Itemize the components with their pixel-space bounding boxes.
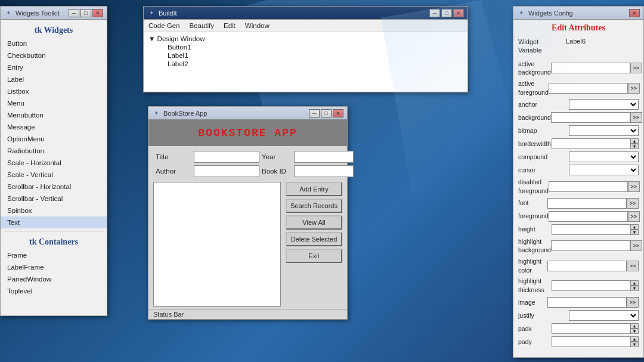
- records-listbox[interactable]: [153, 182, 281, 307]
- padx-up[interactable]: ▲: [630, 323, 639, 329]
- height-down[interactable]: ▼: [630, 230, 639, 235]
- buildit-titlebar[interactable]: ✦ BuildIt ─ □ ✕: [144, 7, 467, 20]
- pady-row: pady ▲ ▼: [518, 336, 639, 347]
- foreground-input[interactable]: [549, 211, 628, 222]
- bitmap-select[interactable]: [569, 125, 639, 136]
- widget-scale-horizontal[interactable]: Scale - Horizontal: [1, 157, 107, 169]
- menu-window[interactable]: Window: [240, 21, 274, 30]
- active-foreground-input[interactable]: [549, 83, 628, 94]
- foreground-arrow[interactable]: >>: [628, 211, 640, 222]
- anchor-select[interactable]: [569, 99, 639, 110]
- desktop: ✦ Widgets Toolkit ─ □ ✕ tk Widgets Butto…: [0, 0, 644, 362]
- pady-down[interactable]: ▼: [630, 342, 639, 347]
- pady-spinner: ▲ ▼: [552, 336, 639, 347]
- image-arrow[interactable]: >>: [627, 297, 639, 308]
- cursor-select[interactable]: [569, 165, 639, 175]
- pady-input[interactable]: [552, 336, 630, 347]
- borderwidth-up[interactable]: ▲: [630, 138, 639, 144]
- highlight-background-arrow[interactable]: >>: [630, 240, 642, 251]
- bookstore-maximize[interactable]: □: [321, 109, 332, 117]
- justify-select[interactable]: [569, 310, 639, 321]
- highlight-color-arrow[interactable]: >>: [627, 261, 639, 271]
- highlight-thickness-input[interactable]: [552, 280, 630, 291]
- active-background-input[interactable]: [551, 63, 630, 73]
- tree-label1[interactable]: Label1: [148, 51, 463, 60]
- bookstore-main: Add Entry Search Records View All Delete…: [148, 180, 347, 307]
- widgets-config-titlebar[interactable]: ✦ Widgets Config ✕: [513, 7, 643, 20]
- widget-menubutton[interactable]: Menubutton: [1, 109, 107, 121]
- height-up[interactable]: ▲: [630, 224, 639, 230]
- buildit-minimize[interactable]: ─: [429, 9, 440, 17]
- container-labelframe[interactable]: LabelFrame: [1, 261, 107, 273]
- tree-label2[interactable]: Label2: [148, 60, 463, 68]
- tree-design-window[interactable]: ▼ Design Window: [148, 35, 463, 43]
- image-input[interactable]: [547, 297, 627, 308]
- title-input[interactable]: [194, 151, 259, 163]
- height-label: height: [518, 225, 552, 234]
- active-foreground-arrow[interactable]: >>: [628, 83, 640, 94]
- widget-scrollbar-vertical[interactable]: Scrollbar - Vertical: [1, 193, 107, 205]
- padx-input[interactable]: [552, 323, 630, 334]
- widget-button[interactable]: Button: [1, 38, 107, 49]
- config-close[interactable]: ✕: [629, 9, 640, 17]
- padx-down[interactable]: ▼: [630, 329, 639, 334]
- menu-beautify[interactable]: Beautify: [184, 21, 219, 30]
- bookstore-titlebar[interactable]: ✦ BookStore App ─ □ ✕: [148, 107, 347, 120]
- bookid-input[interactable]: [294, 165, 354, 177]
- maximize-button[interactable]: □: [80, 9, 91, 17]
- highlight-color-row: highlightcolor >>: [518, 257, 639, 274]
- widget-entry[interactable]: Entry: [1, 61, 107, 73]
- active-foreground-row: activeforeground >>: [518, 79, 639, 97]
- widget-menu[interactable]: Menu: [1, 97, 107, 109]
- widget-message[interactable]: Message: [1, 121, 107, 133]
- borderwidth-input[interactable]: [552, 138, 630, 149]
- minimize-button[interactable]: ─: [69, 9, 79, 17]
- widget-label[interactable]: Label: [1, 73, 107, 85]
- widget-checkbutton[interactable]: Checkbutton: [1, 49, 107, 61]
- background-arrow[interactable]: >>: [630, 112, 642, 123]
- close-button[interactable]: ✕: [92, 9, 103, 17]
- highlight-background-input[interactable]: [551, 240, 630, 251]
- widget-scrollbar-horizontal[interactable]: Scrollbar - Horizontal: [1, 181, 107, 193]
- widget-text[interactable]: Text: [1, 216, 107, 228]
- background-input[interactable]: [551, 112, 630, 123]
- highlight-color-input[interactable]: [547, 261, 627, 271]
- highlight-thickness-down[interactable]: ▼: [630, 286, 639, 291]
- widgets-toolkit-titlebar[interactable]: ✦ Widgets Toolkit ─ □ ✕: [1, 7, 107, 20]
- active-background-arrow[interactable]: >>: [630, 63, 642, 73]
- borderwidth-down[interactable]: ▼: [630, 144, 639, 149]
- search-records-button[interactable]: Search Records: [286, 199, 342, 213]
- bookstore-close[interactable]: ✕: [333, 109, 343, 117]
- container-panedwindow[interactable]: PanedWindow: [1, 273, 107, 285]
- container-frame[interactable]: Frame: [1, 249, 107, 261]
- compound-select[interactable]: [569, 151, 639, 162]
- disabled-foreground-input[interactable]: [549, 181, 628, 192]
- widget-listbox[interactable]: Listbox: [1, 85, 107, 97]
- height-input[interactable]: [552, 224, 630, 235]
- widget-optionmenu[interactable]: OptionMenu: [1, 133, 107, 145]
- pady-spinner-btns: ▲ ▼: [630, 336, 639, 347]
- buildit-maximize[interactable]: □: [441, 9, 452, 17]
- author-input[interactable]: [194, 165, 259, 177]
- pady-up[interactable]: ▲: [630, 336, 639, 342]
- container-toplevel[interactable]: Toplevel: [1, 285, 107, 297]
- delete-selected-button[interactable]: Delete Selected: [286, 232, 342, 246]
- buildit-close[interactable]: ✕: [453, 9, 464, 17]
- widget-scale-vertical[interactable]: Scale - Vertical: [1, 169, 107, 181]
- font-arrow[interactable]: >>: [627, 198, 639, 209]
- tree-button1[interactable]: Button1: [148, 43, 463, 51]
- widget-spinbox[interactable]: Spinbox: [1, 205, 107, 216]
- image-row: image >>: [518, 297, 639, 308]
- bitmap-label: bitmap: [518, 126, 569, 135]
- widget-radiobutton[interactable]: Radiobutton: [1, 145, 107, 157]
- font-input[interactable]: [547, 198, 627, 209]
- disabled-foreground-arrow[interactable]: >>: [628, 181, 640, 192]
- exit-button[interactable]: Exit: [286, 249, 342, 263]
- year-input[interactable]: [294, 151, 354, 163]
- view-all-button[interactable]: View All: [286, 215, 342, 230]
- bookstore-minimize[interactable]: ─: [309, 109, 320, 117]
- add-entry-button[interactable]: Add Entry: [286, 182, 342, 196]
- menu-codegen[interactable]: Code Gen: [144, 21, 184, 30]
- highlight-thickness-up[interactable]: ▲: [630, 280, 639, 286]
- menu-edit[interactable]: Edit: [219, 21, 240, 30]
